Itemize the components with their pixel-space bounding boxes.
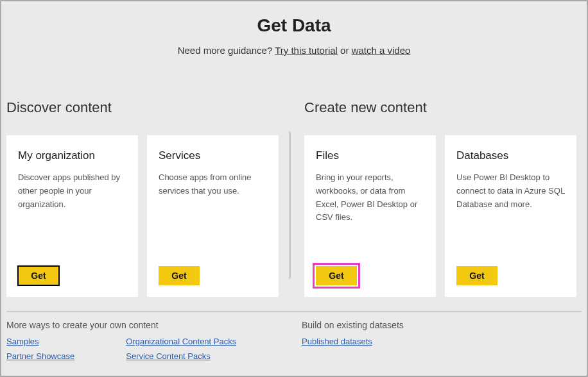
card-title-my-organization: My organization: [18, 149, 126, 162]
card-services: Services Choose apps from online service…: [147, 135, 279, 297]
get-button-databases[interactable]: Get: [456, 266, 497, 285]
more-ways-column: More ways to create your own content Sam…: [6, 320, 286, 361]
card-files: Files Bring in your reports, workbooks, …: [304, 135, 436, 297]
published-datasets-link[interactable]: Published datasets: [302, 337, 582, 346]
subtitle-mid: or: [338, 45, 352, 56]
horizontal-divider: [6, 311, 582, 312]
card-desc-my-organization: Discover apps published by other people …: [18, 171, 126, 211]
more-ways-heading: More ways to create your own content: [6, 320, 286, 330]
org-content-packs-link[interactable]: Organizational Content Packs: [126, 337, 236, 346]
service-content-packs-link[interactable]: Service Content Packs: [126, 351, 236, 361]
card-title-services: Services: [159, 149, 267, 162]
get-button-files[interactable]: Get: [316, 266, 357, 285]
card-my-organization: My organization Discover apps published …: [6, 135, 138, 297]
create-title: Create new content: [304, 99, 582, 116]
tutorial-link[interactable]: Try this tutorial: [275, 45, 338, 56]
page-title: Get Data: [1, 15, 587, 36]
card-databases: Databases Use Power BI Desktop to connec…: [445, 135, 576, 297]
card-desc-files: Bring in your reports, workbooks, or dat…: [316, 171, 424, 224]
discover-section: Discover content My organization Discove…: [6, 99, 289, 297]
section-divider: [289, 131, 291, 279]
card-desc-services: Choose apps from online services that yo…: [159, 171, 267, 198]
subtitle-prefix: Need more guidance?: [178, 45, 275, 56]
card-title-databases: Databases: [456, 149, 565, 162]
partner-showcase-link[interactable]: Partner Showcase: [6, 351, 74, 361]
get-button-my-organization[interactable]: Get: [18, 266, 59, 285]
card-title-files: Files: [316, 149, 424, 162]
create-section: Create new content Files Bring in your r…: [289, 99, 582, 297]
subtitle: Need more guidance? Try this tutorial or…: [1, 45, 587, 56]
card-desc-databases: Use Power BI Desktop to connect to data …: [456, 171, 565, 211]
build-existing-column: Build on existing datasets Published dat…: [286, 320, 582, 361]
video-link[interactable]: watch a video: [352, 45, 411, 56]
build-existing-heading: Build on existing datasets: [302, 320, 582, 330]
get-button-services[interactable]: Get: [159, 266, 200, 285]
discover-title: Discover content: [6, 99, 284, 116]
samples-link[interactable]: Samples: [6, 337, 74, 346]
